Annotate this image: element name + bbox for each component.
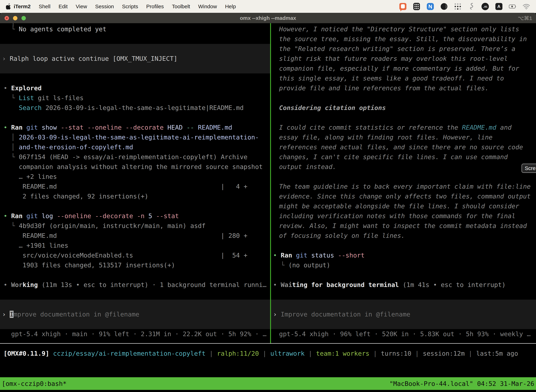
explored-search: Search 2026-03-09-is-legal-the-same-as-l… bbox=[0, 103, 270, 113]
terminal-row: └ 4b9d30f (origin/main, instructkr/main,… bbox=[0, 221, 270, 231]
keypad-shield-icon[interactable] bbox=[413, 3, 420, 10]
terminal-row: src/voice/voiceModeEnabled.ts | 54 + bbox=[0, 250, 270, 260]
terminal-row bbox=[0, 201, 270, 211]
tmux-status-bar: [omx-cczip0:bash* "MacBook-Pro-44.local"… bbox=[0, 377, 536, 390]
terminal-row: the "Related research writing" section i… bbox=[271, 44, 536, 54]
terminal-row: … +1901 lines bbox=[0, 241, 270, 250]
prompt-input[interactable]: › Improve documentation in @filename bbox=[271, 309, 536, 319]
menu-help[interactable]: Help bbox=[225, 4, 236, 9]
terminal-row: essay file, along with finding root file… bbox=[271, 132, 536, 142]
pane-status-line: gpt-5.4 xhigh · main · 91% left · 2.31M … bbox=[0, 329, 270, 339]
explored-header: • Explored bbox=[0, 83, 270, 93]
terminal-row: output instead. bbox=[271, 162, 536, 172]
terminal-row: └ (no output) bbox=[271, 260, 536, 270]
menu-items: iTerm2 Shell Edit View Session Scripts P… bbox=[14, 4, 236, 9]
right-terminal-pane[interactable]: However, I noticed the "Directory Struct… bbox=[271, 23, 536, 343]
dots-grid-icon[interactable] bbox=[454, 3, 461, 10]
left-terminal-pane[interactable]: └ No agents completed yet› Ralph loop ac… bbox=[0, 23, 270, 343]
terminal-area: │ └ No agents completed yet› Ralph loop … bbox=[0, 23, 536, 392]
terminal-row: this single essay, it seems like a good … bbox=[271, 73, 536, 83]
title-bar[interactable]: omx --xhigh --madmax ⌥⌘1 bbox=[0, 13, 536, 23]
terminal-row bbox=[271, 270, 536, 280]
close-button[interactable] bbox=[5, 16, 9, 20]
terminal-row bbox=[271, 290, 536, 300]
tree-line-fragment: │ bbox=[11, 23, 15, 28]
working-indicator: • Working (11m 13s • esc to interrupt) ·… bbox=[0, 280, 270, 290]
terminal-row: provide file and line references from th… bbox=[271, 83, 536, 93]
terminal-row bbox=[0, 113, 270, 123]
terminal-row bbox=[0, 270, 270, 280]
terminal-row bbox=[271, 93, 536, 103]
terminal-row: evidence. Since this change only affects… bbox=[271, 191, 536, 201]
terminal-row: companion file, especially if more comme… bbox=[271, 64, 536, 73]
terminal-row: │ and-the-erosion-of-copyleft.md bbox=[0, 142, 270, 152]
squiggle-icon[interactable] bbox=[468, 3, 475, 10]
window-controls bbox=[5, 13, 26, 23]
zoom-button[interactable] bbox=[21, 16, 26, 20]
menu-session[interactable]: Session bbox=[95, 4, 114, 9]
terminal-row bbox=[0, 319, 270, 329]
menu-bar: iTerm2 Shell Edit View Session Scripts P… bbox=[0, 0, 536, 13]
terminal-row bbox=[0, 64, 270, 73]
menu-scripts[interactable]: Scripts bbox=[122, 4, 138, 9]
explored-list: └ List git ls-files bbox=[0, 93, 270, 103]
menu-edit[interactable]: Edit bbox=[58, 4, 68, 9]
terminal-row bbox=[271, 319, 536, 329]
screen-share-overlay[interactable]: Scre bbox=[522, 164, 536, 173]
prompt-input[interactable]: › Improve documentation in @filename bbox=[0, 309, 270, 319]
agents-status-row: └ No agents completed yet bbox=[0, 24, 270, 34]
desktop-screen: iTerm2 Shell Edit View Session Scripts P… bbox=[0, 0, 536, 392]
terminal-row: └ 067f154 (HEAD -> essay/ai-reimplementa… bbox=[0, 152, 270, 162]
menu-view[interactable]: View bbox=[76, 4, 87, 9]
terminal-row: of focusing solely on file lines. bbox=[271, 231, 536, 241]
terminal-row: │ 2026-03-09-is-legal-the-same-as-legiti… bbox=[0, 132, 270, 142]
terminal-row: companion analysis without altering the … bbox=[0, 162, 270, 172]
terminal-row: README.md | 4 + bbox=[0, 182, 270, 191]
menu-shell[interactable]: Shell bbox=[39, 4, 50, 9]
window-title: omx --xhigh --madmax bbox=[240, 15, 296, 21]
terminal-row: review. Also, I might want to inspect th… bbox=[271, 221, 536, 231]
screen-recording-icon[interactable] bbox=[399, 3, 407, 10]
terminal-row bbox=[0, 290, 270, 300]
terminal-row: README.md | 280 + bbox=[0, 231, 270, 241]
minimize-button[interactable] bbox=[13, 16, 17, 20]
menu-window[interactable]: Window bbox=[198, 4, 217, 9]
pane-status-line: gpt-5.4 xhigh · 96% left · 520K in · 5.8… bbox=[271, 329, 536, 339]
terminal-row: changes, I can't cite specific file line… bbox=[271, 152, 536, 162]
input-source-badge[interactable]: A bbox=[495, 3, 502, 10]
battery-percent-badge[interactable]: ..61 bbox=[482, 3, 489, 10]
terminal-row bbox=[0, 44, 270, 54]
reasoning-heading: Considering citation options bbox=[271, 103, 536, 113]
tmux-panes: └ No agents completed yet› Ralph loop ac… bbox=[0, 23, 536, 343]
window-shortcut-hint: ⌥⌘1 bbox=[518, 13, 532, 23]
terminal-row bbox=[0, 73, 270, 83]
terminal-row: including verification notes with those … bbox=[271, 211, 536, 221]
dark-crescent-icon[interactable] bbox=[440, 3, 448, 10]
apple-menu-icon[interactable] bbox=[6, 3, 11, 10]
terminal-row bbox=[0, 34, 270, 44]
terminal-row: … +2 lines bbox=[0, 172, 270, 182]
terminal-row: I could cite commit statistics or refere… bbox=[271, 123, 536, 132]
menu-profiles[interactable]: Profiles bbox=[146, 4, 164, 9]
terminal-row bbox=[271, 300, 536, 309]
terminal-row bbox=[271, 172, 536, 182]
terminal-row bbox=[271, 113, 536, 123]
tmux-session-label[interactable]: [omx-cczip0:bash* bbox=[2, 380, 67, 387]
blue-bolt-icon[interactable] bbox=[427, 3, 434, 10]
tmux-host-clock: "MacBook-Pro-44.local" 04:52 31-Mar-26 bbox=[389, 380, 534, 387]
ralph-inject-row: › Ralph loop active continue [OMX_TMUX_I… bbox=[0, 54, 270, 64]
menu-bar-status-items: ..61 A bbox=[399, 3, 530, 10]
battery-icon[interactable] bbox=[509, 3, 516, 10]
terminal-row bbox=[0, 300, 270, 309]
reasoning-text: However, I noticed the "Directory Struct… bbox=[271, 24, 536, 34]
menu-iterm2[interactable]: iTerm2 bbox=[14, 4, 31, 9]
omx-status-area: [OMX#0.11.9] cczip/essay/ai-reimplementa… bbox=[0, 344, 536, 377]
menu-toolbelt[interactable]: Toolbelt bbox=[172, 4, 190, 9]
waiting-indicator: • Waiting for background terminal (1m 41… bbox=[271, 280, 536, 290]
terminal-row: slight risk that future readers may over… bbox=[271, 54, 536, 64]
command-row: • Ran git show --stat --oneline --decora… bbox=[0, 123, 270, 132]
terminal-row bbox=[271, 241, 536, 250]
terminal-row: the source tree, missing the essay. Stil… bbox=[271, 34, 536, 44]
wifi-icon[interactable] bbox=[523, 3, 530, 10]
iterm-window: omx --xhigh --madmax ⌥⌘1 │ └ No agents c… bbox=[0, 13, 536, 392]
